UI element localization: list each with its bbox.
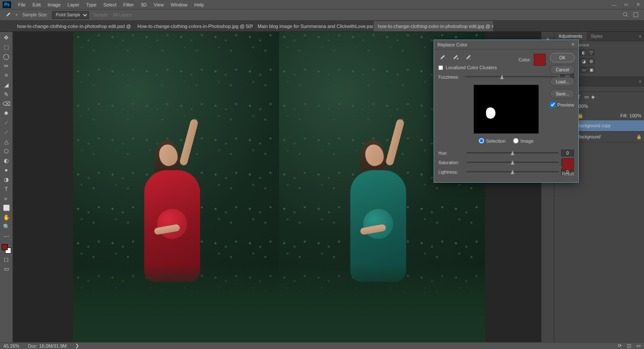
color-label: Color: (519, 57, 531, 62)
options-bar: ▾ Sample Size: Point Sample Sample: All … (0, 9, 644, 21)
cancel-button[interactable]: Cancel (550, 65, 575, 74)
dim-icon[interactable]: ◫ (627, 343, 631, 349)
frame-tool-icon[interactable]: ◢ (2, 81, 11, 89)
hue-slider[interactable] (467, 150, 559, 156)
selection-radio[interactable]: Selection (479, 138, 505, 144)
mask-mode-icon[interactable]: ◻ (2, 255, 11, 263)
adj-lookup-icon[interactable]: ⊞ (588, 58, 595, 64)
fill-value[interactable]: 100% (629, 113, 641, 118)
zoom-level[interactable]: 45.26% (3, 343, 19, 349)
panel-menu-icon[interactable]: ≡ (636, 32, 644, 41)
replace-color-dialog: Replace Color ✕ + - Color: OK Cancel Loa… (434, 40, 579, 183)
eyedropper-sub-icon[interactable]: - (464, 54, 472, 61)
selection-preview (474, 85, 539, 134)
fuzziness-slider[interactable] (465, 74, 558, 80)
minimize-icon[interactable]: — (608, 0, 620, 9)
eyedropper-icon[interactable] (438, 54, 446, 61)
pen-tool-icon[interactable]: ◑ (2, 175, 11, 183)
menu-filter[interactable]: Filter (120, 2, 137, 7)
menu-layer[interactable]: Layer (64, 2, 83, 7)
hue-input[interactable] (561, 150, 574, 156)
menu-type[interactable]: Type (83, 2, 100, 7)
eraser-tool-icon[interactable]: △ (2, 138, 11, 145)
document-tabs: how-to-change-clothing-color-in-photosho… (0, 21, 644, 32)
crop-tool-icon[interactable]: ⌗ (2, 71, 11, 79)
zoom-tool-icon[interactable]: 🔍 (2, 223, 11, 230)
eyedropper-icon[interactable] (4, 12, 11, 18)
svg-point-0 (623, 12, 627, 16)
sync-icon[interactable]: ⟳ (618, 343, 622, 349)
layer-name[interactable]: Background (577, 135, 600, 139)
foreground-swatch[interactable] (2, 244, 8, 250)
workspace-icon[interactable] (633, 12, 640, 18)
color-swatch[interactable] (534, 54, 546, 66)
stamp-tool-icon[interactable]: ⟋ (2, 119, 11, 126)
eyedropper-add-icon[interactable]: + (451, 54, 459, 61)
adj-select-icon[interactable]: ▣ (588, 66, 595, 73)
screen-mode-icon[interactable]: ▭ (2, 265, 11, 272)
maximize-icon[interactable]: ▭ (620, 0, 632, 9)
filter-smart-icon[interactable]: ◈ (591, 94, 596, 99)
saturation-label: Saturation: (438, 160, 464, 165)
dialog-titlebar[interactable]: Replace Color ✕ (434, 40, 578, 49)
path-tool-icon[interactable]: ▹ (2, 194, 11, 202)
chevron-right-icon[interactable]: ❯ (75, 343, 79, 349)
tab-styles[interactable]: Styles (586, 32, 607, 41)
adj-exposure-icon[interactable]: ◐ (580, 49, 587, 56)
panel-menu-icon[interactable]: ≡ (636, 77, 644, 86)
eyedropper-tool-icon[interactable]: ✎ (2, 90, 11, 98)
brush-tool-icon[interactable]: ✹ (2, 109, 11, 117)
menu-file[interactable]: File (15, 2, 29, 7)
saturation-slider[interactable] (467, 159, 559, 165)
lightness-slider[interactable] (467, 169, 559, 175)
lock-icon[interactable]: 🔒 (636, 135, 641, 139)
sample-size-label: Sample Size: (22, 12, 48, 17)
menu-window[interactable]: Window (167, 2, 191, 7)
type-tool-icon[interactable]: T (2, 185, 11, 193)
tab-doc-3[interactable]: Main blog image for Summerana and Clickw… (253, 21, 374, 31)
ok-button[interactable]: OK (550, 53, 575, 62)
sample-label: Sample: (93, 12, 109, 17)
lasso-tool-icon[interactable]: ◯ (2, 52, 11, 60)
gradient-tool-icon[interactable]: ⬡ (2, 147, 11, 155)
menu-view[interactable]: View (150, 2, 167, 7)
color-swatches[interactable] (2, 244, 11, 254)
sample-size-select[interactable]: Point Sample (52, 11, 89, 19)
doc-size[interactable]: Doc: 16.0M/31.9M (28, 343, 67, 349)
expand-icon[interactable]: ▭ (636, 343, 641, 349)
save-button[interactable]: Save... (550, 89, 575, 98)
preview-checkbox[interactable]: Preview (550, 102, 575, 107)
tab-doc-2[interactable]: How-to-change-clothing-colors-in-Photosh… (133, 21, 253, 31)
move-tool-icon[interactable]: ✥ (2, 34, 11, 41)
history-brush-tool-icon[interactable]: ⟋ (2, 128, 11, 136)
quick-select-tool-icon[interactable]: ✂ (2, 62, 11, 70)
menu-3d[interactable]: 3D (137, 2, 150, 7)
filter-shape-icon[interactable]: ▭ (584, 94, 589, 99)
app-logo: Ps (3, 1, 11, 8)
shape-tool-icon[interactable]: ⬜ (2, 204, 11, 211)
adj-vibrance-icon[interactable]: ▽ (588, 49, 595, 56)
close-icon[interactable]: ✕ (571, 42, 575, 47)
hand-tool-icon[interactable]: ✋ (2, 213, 11, 221)
heal-tool-icon[interactable]: ⌫ (2, 100, 11, 107)
image-radio[interactable]: Image (513, 138, 534, 144)
status-bar: 45.26% Doc: 16.0M/31.9M ❯ ⟳ ◫ ▭ (0, 342, 644, 349)
marquee-tool-icon[interactable]: ⬚ (2, 43, 11, 51)
localized-checkbox[interactable] (438, 65, 443, 70)
close-icon[interactable]: ✕ (632, 0, 644, 9)
tab-doc-4[interactable]: how-to-change-clothing-color-in-photosho… (374, 21, 494, 31)
result-label: Result (562, 171, 574, 176)
layer-name[interactable]: Background copy (577, 123, 611, 128)
tab-doc-1[interactable]: how-to-change-clothing-color-in-photosho… (13, 21, 133, 31)
more-tools-icon[interactable]: ⋯ (2, 232, 11, 240)
result-swatch[interactable] (562, 158, 574, 170)
menu-edit[interactable]: Edit (29, 2, 44, 7)
menu-image[interactable]: Image (44, 2, 64, 7)
dodge-tool-icon[interactable]: ● (2, 166, 11, 174)
blur-tool-icon[interactable]: ◐ (2, 156, 11, 164)
adj-gradmap-icon[interactable]: ▭ (580, 66, 587, 73)
adj-mixer-icon[interactable]: ◪ (580, 58, 587, 64)
search-icon[interactable] (623, 12, 629, 18)
menu-select[interactable]: Select (100, 2, 120, 7)
menu-help[interactable]: Help (191, 2, 208, 7)
